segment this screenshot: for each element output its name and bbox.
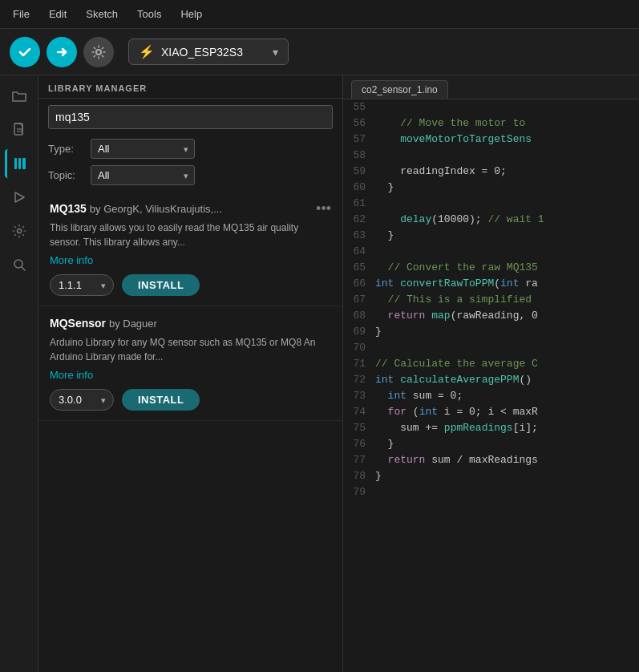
library-mqsensor-desc: Arduino Library for any MQ sensor such a… [50, 335, 331, 364]
menu-tools[interactable]: Tools [134, 6, 164, 22]
code-content[interactable]: 55 56 // Move the motor to 57 moveMotorT… [343, 99, 639, 672]
library-list: MQ135 by GeorgK, ViliusKraujutis,... •••… [38, 188, 342, 672]
library-mq135-desc: This library allows you to easily read t… [50, 221, 331, 249]
code-tab-bar: co2_sensor_1.ino [343, 75, 639, 99]
folder-icon [11, 88, 27, 104]
board-selector[interactable]: ⚡ XIAO_ESP32S3 ▾ [128, 38, 289, 65]
code-line-72: 72 int calculateAveragePPM() [343, 372, 639, 388]
code-line-62: 62 delay(10000); // wait 1 [343, 212, 639, 228]
code-line-66: 66 int convertRawToPPM(int ra [343, 276, 639, 292]
code-line-77: 77 return sum / maxReadings [343, 452, 639, 468]
sidebar-item-library[interactable] [5, 149, 34, 178]
code-line-64: 64 [343, 244, 639, 260]
code-line-68: 68 return map(rawReading, 0 [343, 308, 639, 324]
search-icon [11, 257, 27, 273]
gear-icon [91, 45, 106, 59]
library-item-mqsensor-title: MQSensor by Daguer [50, 316, 157, 330]
menu-file[interactable]: File [10, 6, 33, 22]
library-mqsensor-name: MQSensor [50, 317, 106, 330]
library-mqsensor-more-info[interactable]: More info [50, 369, 331, 381]
menu-bar: File Edit Sketch Tools Help [0, 0, 639, 29]
svg-marker-7 [15, 192, 24, 202]
settings-icon [11, 223, 27, 239]
upload-button[interactable] [47, 37, 77, 67]
library-item-mqsensor-header: MQSensor by Daguer [50, 316, 331, 330]
svg-rect-5 [18, 158, 21, 169]
code-line-60: 60 } [343, 180, 639, 196]
library-item-mq135-header: MQ135 by GeorgK, ViliusKraujutis,... ••• [50, 201, 331, 216]
library-mq135-name: MQ135 [50, 202, 87, 215]
code-line-75: 75 sum += ppmReadings[i]; [343, 420, 639, 436]
check-icon [18, 45, 32, 59]
code-line-70: 70 [343, 340, 639, 356]
menu-edit[interactable]: Edit [46, 6, 70, 22]
code-line-71: 71 // Calculate the average C [343, 356, 639, 372]
code-line-67: 67 // This is a simplified [343, 292, 639, 308]
code-line-56: 56 // Move the motor to [343, 115, 639, 132]
main-layout: LIBRARY MANAGER Type: All Topic: All [0, 75, 639, 672]
arrow-right-icon [55, 45, 69, 59]
code-line-76: 76 } [343, 436, 639, 452]
library-mq135-more-info[interactable]: More info [50, 254, 331, 266]
search-area [38, 99, 342, 136]
code-line-55: 55 [343, 99, 639, 115]
code-editor: co2_sensor_1.ino 55 56 // Move the motor… [343, 75, 639, 672]
sidebar-icons [0, 75, 38, 672]
code-line-78: 78 } [343, 468, 639, 484]
library-item-mq135-title: MQ135 by GeorgK, ViliusKraujutis,... [50, 201, 222, 216]
svg-rect-6 [22, 158, 26, 169]
library-manager-panel: LIBRARY MANAGER Type: All Topic: All [38, 75, 343, 672]
debugger-button[interactable] [83, 37, 114, 67]
library-mqsensor-author: by Daguer [109, 318, 157, 330]
sidebar-item-folder[interactable] [5, 82, 34, 111]
mqsensor-install-button[interactable]: INSTALL [122, 389, 200, 411]
code-line-79: 79 [343, 484, 639, 500]
mq135-version-wrapper: 1.1.1 [50, 274, 114, 296]
code-line-63: 63 } [343, 228, 639, 244]
svg-rect-4 [14, 158, 17, 169]
topic-select-wrapper: All [91, 165, 195, 185]
topic-select[interactable]: All [91, 165, 195, 185]
mq135-version-select[interactable]: 1.1.1 [50, 274, 114, 296]
svg-line-10 [22, 267, 25, 270]
mqsensor-version-select[interactable]: 3.0.0 [50, 389, 114, 411]
mqsensor-version-wrapper: 3.0.0 [50, 389, 114, 411]
library-mq135-menu-icon[interactable]: ••• [316, 201, 331, 216]
code-line-65: 65 // Convert the raw MQ135 [343, 260, 639, 276]
svg-point-0 [96, 50, 101, 55]
debug-icon [11, 189, 27, 205]
sidebar-item-debug[interactable] [5, 183, 34, 212]
library-manager-header: LIBRARY MANAGER [38, 75, 342, 99]
menu-sketch[interactable]: Sketch [83, 6, 121, 22]
type-label: Type: [48, 143, 84, 155]
library-item-mqsensor: MQSensor by Daguer Arduino Library for a… [38, 306, 342, 421]
code-line-61: 61 [343, 196, 639, 212]
library-icon [12, 156, 28, 172]
board-name: XIAO_ESP32S3 [161, 46, 243, 59]
library-search-input[interactable] [48, 105, 333, 129]
menu-help[interactable]: Help [177, 6, 205, 22]
code-line-59: 59 readingIndex = 0; [343, 164, 639, 180]
library-mq135-actions: 1.1.1 INSTALL [50, 274, 331, 296]
code-line-69: 69 } [343, 324, 639, 340]
sidebar-item-file[interactable] [5, 115, 34, 144]
sidebar-item-search[interactable] [5, 250, 34, 279]
library-item-mq135: MQ135 by GeorgK, ViliusKraujutis,... •••… [38, 192, 342, 306]
code-line-58: 58 [343, 148, 639, 164]
library-manager-title: LIBRARY MANAGER [48, 83, 147, 93]
verify-button[interactable] [10, 37, 40, 67]
type-filter-row: Type: All [38, 136, 342, 162]
mq135-install-button[interactable]: INSTALL [122, 274, 200, 296]
library-mqsensor-actions: 3.0.0 INSTALL [50, 389, 331, 411]
library-mq135-author: by GeorgK, ViliusKraujutis,... [90, 203, 222, 215]
file-icon [11, 122, 27, 138]
code-line-73: 73 int sum = 0; [343, 388, 639, 404]
chevron-down-icon: ▾ [273, 46, 278, 59]
code-line-57: 57 moveMotorToTargetSens [343, 132, 639, 148]
topic-filter-row: Topic: All [38, 162, 342, 188]
code-tab-co2sensor[interactable]: co2_sensor_1.ino [351, 80, 448, 99]
type-select-wrapper: All [91, 139, 195, 159]
sidebar-item-settings[interactable] [5, 217, 34, 245]
type-select[interactable]: All [91, 139, 195, 159]
usb-icon: ⚡ [139, 44, 155, 59]
